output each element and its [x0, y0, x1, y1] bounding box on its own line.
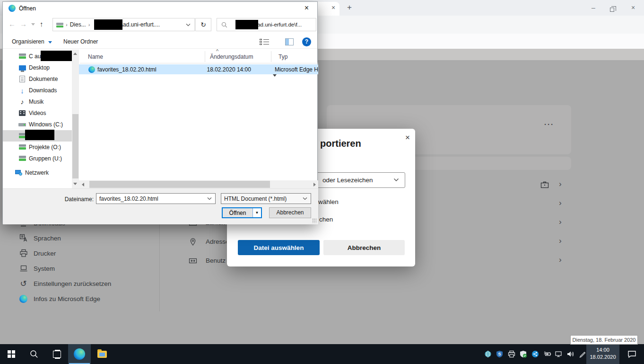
network-globe-tray-icon[interactable]: [482, 344, 494, 364]
column-name[interactable]: Name: [88, 53, 103, 60]
scroll-right-icon[interactable]: [313, 183, 316, 186]
file-explorer-button[interactable]: [91, 344, 113, 364]
row2-chevron-icon[interactable]: ›: [559, 199, 566, 208]
tree-item-netzwerk[interactable]: Netzwerk: [3, 167, 72, 178]
breadcrumb[interactable]: › Dies... › \\ad.uni-erfurt....: [52, 18, 195, 31]
filename-value: favorites_18.02.20.html: [99, 195, 158, 202]
preview-pane-icon[interactable]: [285, 38, 294, 45]
tree-scrollbar-thumb[interactable]: [72, 114, 78, 178]
taskbar-edge-button[interactable]: [68, 344, 91, 364]
scroll-up-icon[interactable]: [73, 53, 77, 55]
volume-tray-icon[interactable]: [565, 344, 576, 364]
taskbar-clock[interactable]: 14:00 18.02.2020: [586, 344, 619, 364]
search-text: (\\ad.uni-erfurt.de\f...: [252, 22, 302, 27]
profile-card-menu-icon[interactable]: ···: [544, 120, 554, 128]
scroll-down-icon[interactable]: [73, 183, 77, 185]
history-dropdown-icon[interactable]: [31, 23, 35, 26]
filetype-dropdown[interactable]: HTML Document (*.html): [221, 193, 311, 204]
dialog-close-button[interactable]: ×: [296, 2, 317, 15]
new-tab-button[interactable]: +: [345, 3, 354, 12]
antivirus-shield-tray-icon[interactable]: S: [494, 344, 505, 364]
breadcrumb-path[interactable]: \\ad.uni-erfurt....: [120, 21, 160, 28]
sidebar-item-system[interactable]: System: [19, 261, 156, 276]
help-icon[interactable]: ?: [302, 37, 311, 46]
defender-tray-icon[interactable]: [517, 344, 529, 364]
new-folder-button[interactable]: Neuer Ordner: [63, 38, 98, 45]
open-split-button[interactable]: Öffnen ▼: [222, 207, 262, 218]
folder-tree: C auf Desktop Dokumente ↓ Downloads ♪ Mu…: [3, 50, 72, 188]
sidebar-item-drucker[interactable]: Drucker: [19, 246, 156, 261]
column-type[interactable]: Typ: [278, 53, 287, 60]
dialog-title-bar[interactable]: Öffnen ×: [3, 2, 317, 15]
share-tray-icon[interactable]: [529, 344, 541, 364]
row-adressen-label: Adresse: [206, 238, 226, 245]
sidebar-item-einstellungen-zuruecksetzen[interactable]: ↺ Einstellungen zurücksetzen: [19, 276, 156, 291]
open-dropdown-icon[interactable]: ▼: [252, 208, 261, 217]
breadcrumb-this-pc[interactable]: Dies...: [70, 21, 86, 28]
edge-logo-icon: [19, 294, 28, 303]
back-button[interactable]: ←: [9, 20, 16, 28]
start-button[interactable]: [0, 344, 23, 364]
breadcrumb-dropdown-icon[interactable]: [186, 23, 191, 27]
horizontal-scrollbar[interactable]: [79, 180, 318, 188]
window-restore-button[interactable]: [605, 3, 619, 13]
forward-button[interactable]: →: [20, 20, 27, 28]
filetype-value: HTML Document (*.html): [224, 195, 287, 202]
scroll-left-icon[interactable]: [82, 183, 84, 186]
taskbar-search-button[interactable]: [23, 344, 45, 364]
window-close-button[interactable]: ×: [626, 3, 640, 13]
tree-scrollbar[interactable]: [72, 50, 79, 188]
task-view-button[interactable]: [45, 344, 68, 364]
tab-close-icon[interactable]: ×: [329, 4, 338, 12]
search-input[interactable]: (\\ad.uni-erfurt.de\f...: [217, 18, 316, 31]
modal-cancel-button[interactable]: Abbrechen: [323, 240, 405, 255]
chevron-down-icon[interactable]: [303, 197, 307, 200]
organize-button[interactable]: Organisieren: [12, 38, 52, 45]
printer-tray-icon[interactable]: [505, 344, 517, 364]
tree-item-videos[interactable]: Videos: [3, 107, 72, 119]
sidebar-item-sprachen[interactable]: Sprachen: [19, 231, 156, 246]
tree-item-dokumente[interactable]: Dokumente: [3, 73, 72, 85]
tree-item-gruppen-u[interactable]: Gruppen (U:): [3, 153, 72, 164]
system-icon: [19, 264, 28, 273]
printer-icon: [19, 249, 28, 258]
chevron-down-icon[interactable]: [207, 197, 212, 200]
refresh-button[interactable]: ↻: [195, 18, 211, 31]
view-options-icon[interactable]: [260, 39, 269, 45]
choose-file-button[interactable]: Datei auswählen: [238, 240, 320, 255]
tree-item-musik[interactable]: ♪ Musik: [3, 96, 72, 107]
filename-input[interactable]: favorites_18.02.20.html: [96, 193, 216, 204]
network-drive-icon: [56, 22, 63, 27]
tree-item-downloads[interactable]: ↓ Downloads: [3, 85, 72, 96]
taskbar: S 14:00 18.02.2020: [0, 344, 644, 364]
network-display-tray-icon[interactable]: [553, 344, 565, 364]
column-date[interactable]: Änderungsdatum: [210, 53, 253, 60]
open-button[interactable]: Öffnen: [223, 208, 252, 217]
row3-chevron-icon[interactable]: ›: [559, 218, 566, 227]
row5-chevron-icon[interactable]: ›: [559, 256, 566, 265]
import-source-dropdown[interactable]: oder Lesezeichen: [305, 172, 405, 188]
resize-grip[interactable]: [312, 218, 317, 223]
download-arrow-icon: ↓: [18, 87, 26, 94]
redaction-breadcrumb: [94, 19, 122, 30]
action-center-button[interactable]: [622, 344, 641, 364]
languages-icon: [19, 234, 28, 243]
cancel-button[interactable]: Abbrechen: [269, 207, 311, 218]
row1-chevron-icon[interactable]: ›: [559, 180, 566, 189]
horizontal-scrollbar-thumb[interactable]: [89, 181, 270, 188]
file-row-selected[interactable]: favorites_18.02.20.html 18.02.2020 14:00…: [79, 64, 318, 74]
battery-tray-icon[interactable]: [541, 344, 553, 364]
modal-close-icon[interactable]: ×: [403, 133, 412, 142]
tree-item-desktop[interactable]: Desktop: [3, 62, 72, 73]
tree-item-projekte-o[interactable]: Projekte (O:): [3, 142, 72, 153]
tree-item-windows-c[interactable]: Windows (C:): [3, 119, 72, 130]
up-button[interactable]: ↑: [40, 20, 44, 28]
file-date-cell: 18.02.2020 14:00: [207, 66, 275, 73]
view-options-dropdown-icon[interactable]: [273, 74, 277, 77]
row-benutzerdaten-label: Benutz: [206, 257, 226, 264]
window-minimize-button[interactable]: –: [586, 3, 600, 13]
network-drive-icon: [18, 53, 26, 60]
row4-chevron-icon[interactable]: ›: [559, 237, 566, 246]
sidebar-item-infos-zu-microsoft-edge[interactable]: Infos zu Microsoft Edge: [19, 291, 156, 306]
chevron-down-icon: [393, 178, 399, 182]
